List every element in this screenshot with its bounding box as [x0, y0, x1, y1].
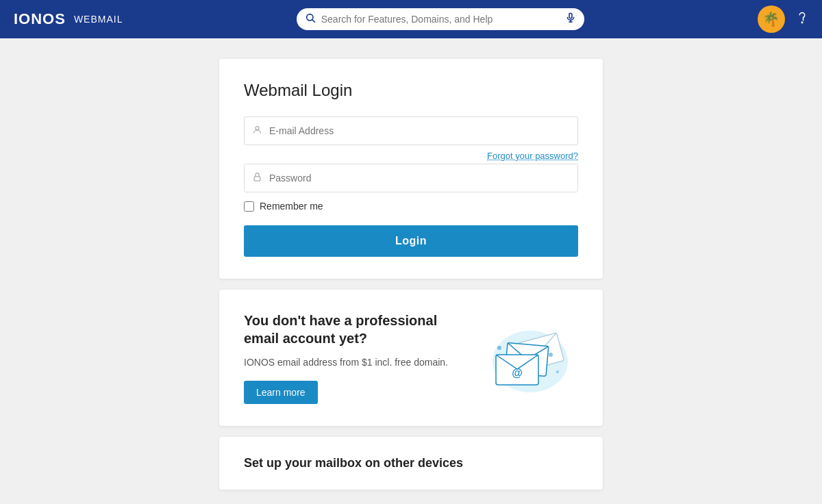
avatar[interactable]: 🌴 [758, 5, 785, 33]
password-input-group [244, 164, 578, 192]
login-card: Webmail Login Forgot your password? [219, 59, 603, 279]
remember-me-row: Remember me [244, 201, 578, 212]
remember-me-checkbox[interactable] [244, 201, 254, 212]
main-content: Webmail Login Forgot your password? [0, 38, 822, 504]
forgot-link-row: Forgot your password? [244, 151, 578, 161]
promo-image: @ @ [469, 317, 578, 399]
email-field[interactable] [244, 116, 578, 145]
search-input[interactable] [321, 14, 560, 25]
lock-icon [252, 172, 262, 184]
learn-more-button[interactable]: Learn more [244, 381, 318, 404]
header-left: IONOS WEBMAIL [14, 10, 123, 28]
svg-point-14 [497, 346, 501, 350]
password-field[interactable] [244, 164, 578, 192]
remember-me-label[interactable]: Remember me [260, 201, 323, 212]
login-button[interactable]: Login [244, 225, 578, 257]
bottom-card-title: Set up your mailbox on other devices [244, 456, 578, 470]
promo-description: IONOS email address from $1 incl. free d… [244, 355, 455, 370]
bottom-card: Set up your mailbox on other devices [219, 437, 603, 490]
login-title: Webmail Login [244, 81, 578, 100]
svg-point-6 [256, 127, 259, 130]
svg-rect-2 [569, 13, 572, 18]
header-search [297, 8, 584, 30]
microphone-icon[interactable] [565, 12, 576, 26]
svg-point-5 [801, 22, 803, 23]
email-input-group [244, 116, 578, 145]
promo-title: You don't have a professional email acco… [244, 312, 455, 347]
svg-rect-7 [254, 177, 260, 181]
promo-card: You don't have a professional email acco… [219, 290, 603, 426]
logo-ionos: IONOS [14, 10, 66, 28]
help-icon[interactable] [796, 12, 808, 27]
search-wrapper [297, 8, 584, 30]
svg-point-16 [556, 370, 559, 373]
svg-text:@: @ [512, 367, 523, 379]
logo-webmail: WEBMAIL [74, 14, 123, 25]
svg-line-1 [312, 20, 315, 23]
search-icon [305, 12, 316, 26]
promo-text: You don't have a professional email acco… [244, 312, 455, 404]
header-right: 🌴 [758, 5, 808, 33]
svg-point-15 [549, 353, 553, 357]
svg-point-0 [306, 14, 312, 21]
user-icon [252, 125, 262, 137]
forgot-password-link[interactable]: Forgot your password? [487, 151, 578, 161]
header: IONOS WEBMAIL 🌴 [0, 0, 822, 38]
